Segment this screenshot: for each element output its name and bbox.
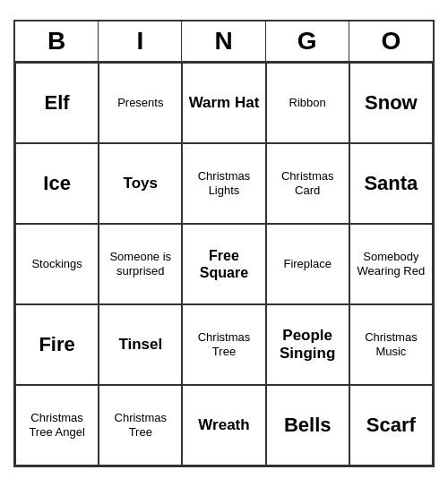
bingo-cell: Tinsel bbox=[99, 304, 182, 385]
bingo-cell: Somebody Wearing Red bbox=[349, 224, 433, 304]
bingo-cell: Christmas Tree Angel bbox=[15, 385, 99, 466]
header-letter: N bbox=[182, 21, 265, 61]
bingo-cell: Warm Hat bbox=[182, 63, 265, 143]
bingo-cell: Christmas Tree bbox=[182, 304, 265, 385]
bingo-cell: People Singing bbox=[266, 304, 349, 385]
bingo-cell: Wreath bbox=[182, 385, 265, 466]
bingo-cell: Santa bbox=[349, 143, 433, 224]
bingo-cell: Snow bbox=[349, 63, 433, 143]
bingo-cell: Fire bbox=[15, 304, 99, 385]
bingo-cell: Someone is surprised bbox=[99, 224, 182, 304]
bingo-cell: Christmas Card bbox=[266, 143, 349, 224]
bingo-cell: Toys bbox=[99, 143, 182, 224]
bingo-cell: Ribbon bbox=[266, 63, 349, 143]
bingo-cell: Fireplace bbox=[266, 224, 349, 304]
header-letter: O bbox=[349, 21, 433, 61]
bingo-cell: Ice bbox=[15, 143, 99, 224]
bingo-card: BINGO ElfPresentsWarm HatRibbonSnowIceTo… bbox=[13, 20, 435, 467]
header-letter: G bbox=[266, 21, 349, 61]
bingo-cell: Christmas Lights bbox=[182, 143, 265, 224]
bingo-cell: Scarf bbox=[349, 385, 433, 466]
bingo-cell: Presents bbox=[99, 63, 182, 143]
header-letter: B bbox=[15, 21, 99, 61]
bingo-cell: Stockings bbox=[15, 224, 99, 304]
bingo-cell: Elf bbox=[15, 63, 99, 143]
bingo-cell: Free Square bbox=[182, 224, 265, 304]
bingo-header: BINGO bbox=[15, 21, 433, 63]
bingo-cell: Bells bbox=[266, 385, 349, 466]
bingo-grid: ElfPresentsWarm HatRibbonSnowIceToysChri… bbox=[15, 63, 433, 466]
bingo-cell: Christmas Tree bbox=[99, 385, 182, 466]
bingo-cell: Christmas Music bbox=[349, 304, 433, 385]
header-letter: I bbox=[99, 21, 182, 61]
